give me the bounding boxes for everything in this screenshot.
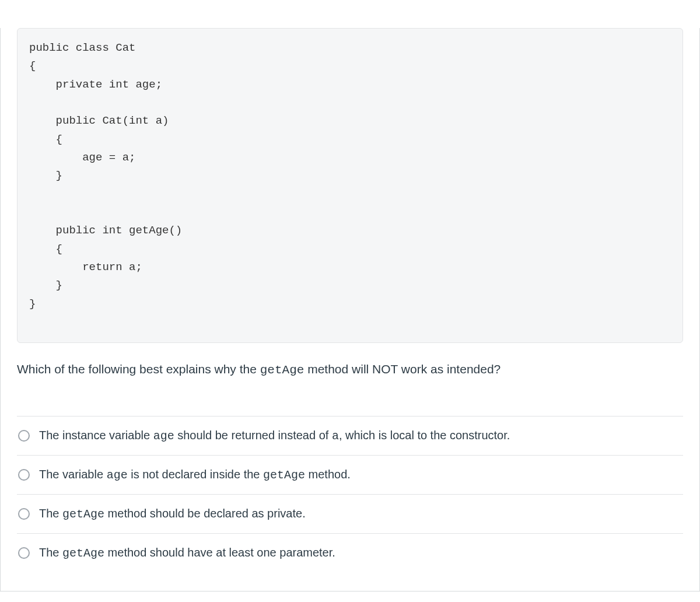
answer-option[interactable]: The getAge method should have at least o… [17, 533, 683, 572]
answer-option[interactable]: The instance variable age should be retu… [17, 416, 683, 455]
code-block: public class Cat { private int age; publ… [17, 28, 683, 343]
question-part2: method will NOT work as intended? [304, 362, 501, 376]
question-container: public class Cat { private int age; publ… [0, 28, 700, 592]
radio-icon[interactable] [18, 547, 30, 559]
answer-text: The getAge method should have at least o… [39, 544, 335, 562]
answer-text: The instance variable age should be retu… [39, 427, 510, 444]
radio-icon[interactable] [18, 469, 30, 481]
answer-option[interactable]: The getAge method should be declared as … [17, 494, 683, 533]
answer-text: The getAge method should be declared as … [39, 505, 306, 523]
answer-option[interactable]: The variable age is not declared inside … [17, 455, 683, 494]
answers-list: The instance variable age should be retu… [17, 416, 683, 572]
radio-icon[interactable] [18, 430, 30, 442]
radio-icon[interactable] [18, 508, 30, 520]
question-code1: getAge [260, 363, 304, 377]
question-text: Which of the following best explains why… [17, 359, 683, 381]
answer-text: The variable age is not declared inside … [39, 466, 351, 484]
question-part1: Which of the following best explains why… [17, 362, 260, 376]
